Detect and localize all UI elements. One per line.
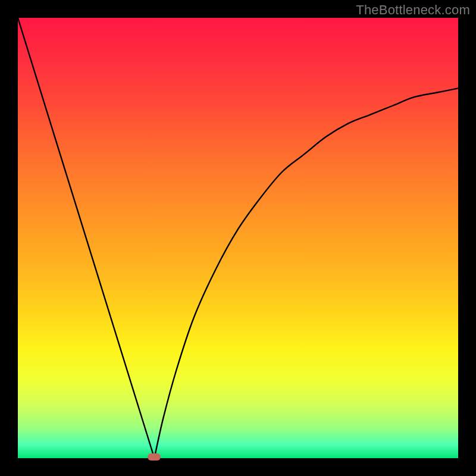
bottleneck-curve [18,18,458,458]
watermark-text: TheBottleneck.com [356,2,470,18]
plot-area [18,18,458,458]
chart-frame: TheBottleneck.com [0,0,476,476]
minimum-marker [148,453,161,461]
